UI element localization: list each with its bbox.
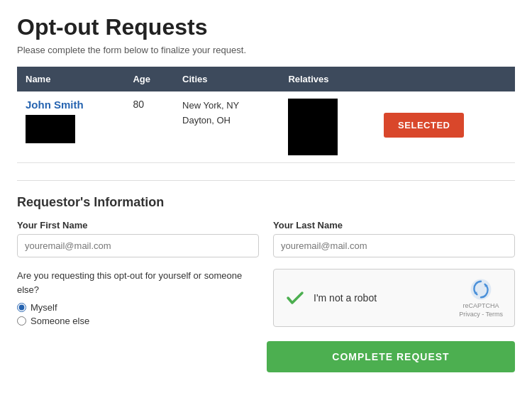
form-section-title: Requestor's Information bbox=[17, 195, 515, 210]
person-age: 80 bbox=[124, 91, 174, 163]
radio-myself[interactable]: Myself bbox=[17, 302, 259, 313]
name-row: Your First Name Your Last Name bbox=[17, 220, 515, 257]
first-name-input[interactable] bbox=[17, 234, 259, 257]
last-name-input[interactable] bbox=[273, 234, 515, 257]
complete-request-button[interactable]: COMPLETE REQUEST bbox=[267, 341, 515, 372]
complete-btn-wrapper: COMPLETE REQUEST bbox=[17, 341, 515, 372]
radio-group: Myself Someone else bbox=[17, 302, 259, 326]
last-name-label: Your Last Name bbox=[273, 220, 515, 230]
radio-myself-input[interactable] bbox=[17, 303, 26, 312]
page-subtitle: Please complete the form below to finali… bbox=[17, 45, 515, 55]
person-relatives-cell bbox=[279, 91, 375, 163]
radio-question: Are you requesting this opt-out for your… bbox=[17, 269, 259, 296]
checkmark-icon bbox=[285, 288, 305, 308]
right-column: I'm not a robot reCAPTCHA Privacy - Term… bbox=[273, 269, 515, 327]
recaptcha-left: I'm not a robot bbox=[285, 288, 377, 308]
selected-cell: SELECTED bbox=[375, 91, 515, 163]
radio-someone-else-label: Someone else bbox=[31, 316, 89, 326]
col-name: Name bbox=[17, 67, 124, 91]
person-name: John Smith bbox=[26, 99, 116, 111]
radio-someone-else-input[interactable] bbox=[17, 316, 26, 326]
radio-myself-label: Myself bbox=[31, 302, 57, 313]
radio-someone-else[interactable]: Someone else bbox=[17, 316, 259, 326]
col-cities: Cities bbox=[174, 67, 279, 91]
recaptcha-right: reCAPTCHA Privacy - Terms bbox=[459, 278, 503, 318]
first-name-group: Your First Name bbox=[17, 220, 259, 257]
person-name-cell: John Smith bbox=[17, 91, 124, 163]
person-city2: Dayton, OH bbox=[182, 115, 231, 126]
col-age: Age bbox=[124, 67, 174, 91]
recaptcha-sub: Privacy - Terms bbox=[459, 311, 503, 318]
bottom-row: Are you requesting this opt-out for your… bbox=[17, 269, 515, 327]
left-column: Are you requesting this opt-out for your… bbox=[17, 269, 259, 327]
person-cities-cell: New York, NY Dayton, OH bbox=[174, 91, 279, 163]
form-section: Requestor's Information Your First Name … bbox=[17, 195, 515, 327]
last-name-group: Your Last Name bbox=[273, 220, 515, 257]
records-table: Name Age Cities Relatives John Smith 80 … bbox=[17, 67, 515, 163]
relatives-image bbox=[288, 99, 338, 155]
table-header-row: Name Age Cities Relatives bbox=[17, 67, 515, 91]
recaptcha-brand: reCAPTCHA bbox=[463, 302, 499, 309]
section-divider bbox=[17, 180, 515, 181]
person-city1: New York, NY bbox=[182, 100, 239, 111]
page-title: Opt-out Requests bbox=[17, 14, 515, 40]
table-row: John Smith 80 New York, NY Dayton, OH SE… bbox=[17, 91, 515, 163]
recaptcha-widget[interactable]: I'm not a robot reCAPTCHA Privacy - Term… bbox=[273, 269, 515, 327]
selected-button[interactable]: SELECTED bbox=[384, 113, 464, 138]
person-image bbox=[26, 115, 75, 143]
first-name-label: Your First Name bbox=[17, 220, 259, 230]
recaptcha-logo-icon bbox=[470, 278, 492, 301]
col-relatives: Relatives bbox=[279, 67, 375, 91]
recaptcha-label: I'm not a robot bbox=[314, 292, 377, 304]
col-action bbox=[375, 67, 515, 91]
